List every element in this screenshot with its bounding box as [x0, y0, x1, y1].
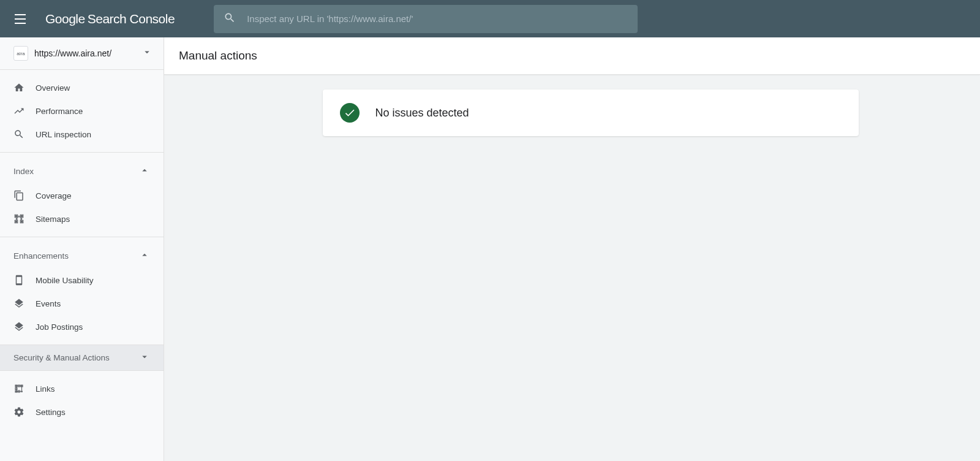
app-header: Google Search Console [0, 0, 980, 37]
sidebar-item-settings[interactable]: Settings [0, 400, 164, 424]
nav-section-enhancements: Enhancements Mobile Usability Events [0, 237, 164, 345]
svg-point-5 [21, 385, 23, 387]
chevron-up-icon [139, 165, 150, 178]
status-card: No issues detected [323, 90, 859, 136]
svg-rect-1 [21, 215, 23, 217]
layers-icon [13, 298, 24, 309]
sidebar-item-sitemaps[interactable]: Sitemaps [0, 207, 164, 230]
sidebar-item-url-inspection[interactable]: URL inspection [0, 123, 164, 146]
section-label: Security & Manual Actions [13, 353, 110, 362]
sidebar-item-label: Overview [36, 83, 70, 93]
section-label: Index [13, 167, 34, 176]
sitemap-icon [13, 213, 24, 224]
trending-icon [13, 105, 24, 116]
url-inspection-search[interactable] [214, 5, 638, 33]
hamburger-menu-icon[interactable] [15, 12, 29, 26]
sidebar-item-label: Coverage [36, 191, 72, 200]
app-logo[interactable]: Google Search Console [45, 12, 175, 26]
svg-point-4 [15, 385, 17, 387]
page-title: Manual actions [164, 37, 980, 75]
logo-search-console-text: Search Console [88, 12, 175, 26]
logo-google-text: Google [45, 12, 85, 26]
nav-section-bottom: Links Settings [0, 371, 164, 430]
main-content: Manual actions No issues detected [164, 37, 980, 461]
chevron-down-icon [139, 351, 150, 364]
section-label: Enhancements [13, 251, 69, 261]
status-message: No issues detected [375, 107, 469, 120]
sidebar-item-job-postings[interactable]: Job Postings [0, 315, 164, 338]
search-icon [224, 12, 236, 26]
sidebar-item-label: Job Postings [36, 322, 83, 332]
nav-section-security: Security & Manual Actions [0, 345, 164, 371]
sidebar-item-links[interactable]: Links [0, 377, 164, 400]
copy-icon [13, 190, 24, 201]
content-body: No issues detected [164, 75, 980, 151]
sidebar-item-label: Settings [36, 408, 66, 417]
search-icon [13, 129, 24, 140]
search-input[interactable] [247, 13, 628, 24]
sidebar-item-label: Events [36, 299, 61, 308]
sidebar-item-label: Performance [36, 107, 83, 116]
checkmark-icon [340, 103, 360, 123]
sidebar-item-events[interactable]: Events [0, 292, 164, 315]
svg-point-6 [15, 391, 17, 392]
mobile-icon [13, 275, 24, 286]
svg-point-7 [21, 391, 23, 392]
nav-section-main: Overview Performance URL inspection [0, 70, 164, 153]
sidebar-item-label: Mobile Usability [36, 276, 94, 285]
layers-icon [13, 321, 24, 332]
nav-section-header-enhancements[interactable]: Enhancements [0, 243, 164, 269]
nav-section-index: Index Coverage Sitemaps [0, 153, 164, 237]
sidebar-item-coverage[interactable]: Coverage [0, 184, 164, 207]
chevron-up-icon [139, 250, 150, 262]
nav-section-header-index[interactable]: Index [0, 159, 164, 184]
sidebar-item-overview[interactable]: Overview [0, 76, 164, 99]
sidebar-item-label: Links [36, 384, 55, 394]
sidebar-item-label: Sitemaps [36, 215, 70, 224]
gear-icon [13, 406, 24, 417]
sidebar-item-mobile-usability[interactable]: Mobile Usability [0, 269, 164, 292]
property-favicon: aira [13, 46, 28, 61]
chevron-down-icon [141, 47, 153, 60]
sidebar: aira https://www.aira.net/ Overview Perf… [0, 37, 164, 461]
sidebar-item-performance[interactable]: Performance [0, 99, 164, 123]
property-selector[interactable]: aira https://www.aira.net/ [0, 37, 164, 70]
home-icon [13, 82, 24, 93]
svg-rect-0 [15, 215, 17, 217]
sidebar-item-label: URL inspection [36, 130, 91, 139]
svg-rect-2 [15, 221, 17, 223]
property-url: https://www.aira.net/ [34, 48, 135, 58]
links-icon [13, 383, 24, 394]
svg-rect-3 [21, 221, 23, 223]
nav-section-header-security[interactable]: Security & Manual Actions [0, 345, 164, 370]
